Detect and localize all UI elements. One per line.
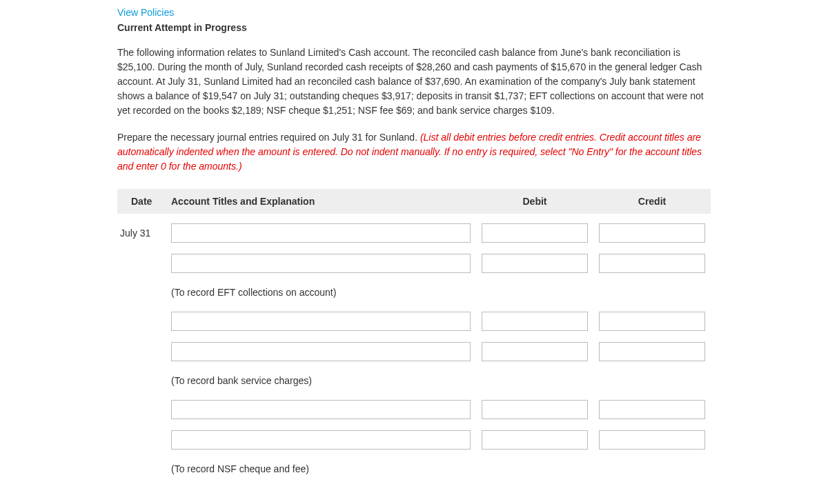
credit-input[interactable] (599, 430, 705, 450)
account-title-input[interactable] (171, 342, 471, 361)
account-title-input[interactable] (171, 400, 471, 419)
account-title-input[interactable] (171, 254, 471, 273)
view-policies-link[interactable]: View Policies (117, 7, 711, 18)
problem-statement: The following information relates to Sun… (117, 46, 711, 118)
instruction-plain: Prepare the necessary journal entries re… (117, 132, 420, 143)
header-date: Date (117, 189, 166, 214)
table-row (117, 306, 711, 336)
table-row: July 31 (117, 218, 711, 248)
debit-input[interactable] (482, 430, 588, 450)
header-credit: Credit (593, 189, 711, 214)
table-row (117, 336, 711, 367)
journal-entry-table: Date Account Titles and Explanation Debi… (117, 189, 711, 483)
header-debit: Debit (476, 189, 593, 214)
problem-container: View Policies Current Attempt in Progres… (103, 0, 724, 504)
debit-input[interactable] (482, 400, 588, 419)
debit-input[interactable] (482, 223, 588, 243)
credit-input[interactable] (599, 223, 705, 243)
credit-input[interactable] (599, 312, 705, 331)
credit-input[interactable] (599, 254, 705, 273)
account-title-input[interactable] (171, 430, 471, 450)
header-account: Account Titles and Explanation (166, 189, 476, 214)
explanation-row: (To record NSF cheque and fee) (117, 455, 711, 483)
table-row (117, 248, 711, 279)
account-title-input[interactable] (171, 223, 471, 243)
debit-input[interactable] (482, 312, 588, 331)
account-title-input[interactable] (171, 312, 471, 331)
instruction-text: Prepare the necessary journal entries re… (117, 130, 711, 174)
date-cell: July 31 (117, 218, 166, 248)
debit-input[interactable] (482, 254, 588, 273)
table-header-row: Date Account Titles and Explanation Debi… (117, 189, 711, 214)
current-attempt-heading: Current Attempt in Progress (117, 22, 711, 33)
table-row (117, 394, 711, 425)
explanation-row: (To record EFT collections on account) (117, 279, 711, 306)
explanation-row: (To record bank service charges) (117, 367, 711, 394)
credit-input[interactable] (599, 400, 705, 419)
debit-input[interactable] (482, 342, 588, 361)
table-row (117, 425, 711, 455)
explanation-text: (To record EFT collections on account) (166, 279, 476, 306)
credit-input[interactable] (599, 342, 705, 361)
explanation-text: (To record bank service charges) (166, 367, 476, 394)
explanation-text: (To record NSF cheque and fee) (166, 455, 476, 483)
